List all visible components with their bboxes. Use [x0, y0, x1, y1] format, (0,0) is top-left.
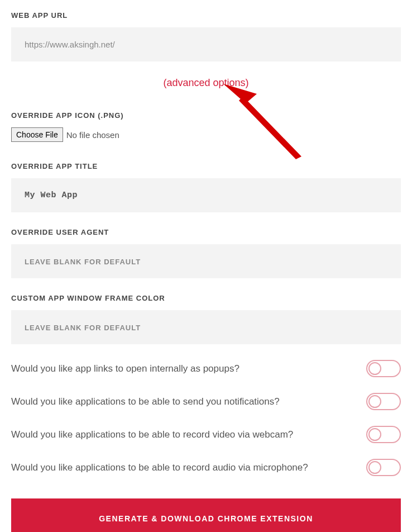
web-app-url-input[interactable] [11, 27, 401, 61]
toggle-knob [368, 362, 381, 375]
arrow-icon [223, 84, 307, 162]
toggle-knob [368, 428, 381, 441]
file-input-row: Choose File No file chosen [11, 127, 401, 142]
frame-color-label: Custom App Window Frame Color [11, 294, 401, 302]
toggle-knob [368, 461, 381, 474]
toggle-audio[interactable] [366, 459, 401, 476]
toggle-popups[interactable] [366, 360, 401, 377]
web-app-url-label: Web App URL [11, 11, 401, 20]
file-status-text: No file chosen [66, 130, 119, 140]
form-container: Web App URL (advanced options) Override … [11, 11, 401, 532]
toggle-label-video: Would you like applications to be able t… [11, 429, 293, 440]
toggle-video[interactable] [366, 426, 401, 443]
toggle-row-popups: Would you like app links to open interna… [11, 360, 401, 377]
generate-button[interactable]: Generate & Download Chrome Extension [11, 498, 401, 532]
frame-color-input[interactable] [11, 310, 401, 344]
toggle-label-notifications: Would you like applications to be able t… [11, 396, 280, 407]
override-icon-label: Override App Icon (.PNG) [11, 111, 401, 120]
toggle-row-video: Would you like applications to be able t… [11, 426, 401, 443]
override-user-agent-input[interactable] [11, 244, 401, 278]
toggle-knob [368, 395, 381, 408]
override-user-agent-label: Override User Agent [11, 228, 401, 236]
override-title-input[interactable] [11, 178, 401, 212]
toggle-label-popups: Would you like app links to open interna… [11, 363, 239, 374]
override-title-label: Override App Title [11, 162, 401, 170]
toggle-label-audio: Would you like applications to be able t… [11, 462, 308, 473]
toggle-row-audio: Would you like applications to be able t… [11, 459, 401, 476]
toggle-notifications[interactable] [366, 393, 401, 410]
choose-file-button[interactable]: Choose File [11, 127, 63, 142]
advanced-options-link[interactable]: (advanced options) [11, 77, 401, 89]
toggle-row-notifications: Would you like applications to be able t… [11, 393, 401, 410]
